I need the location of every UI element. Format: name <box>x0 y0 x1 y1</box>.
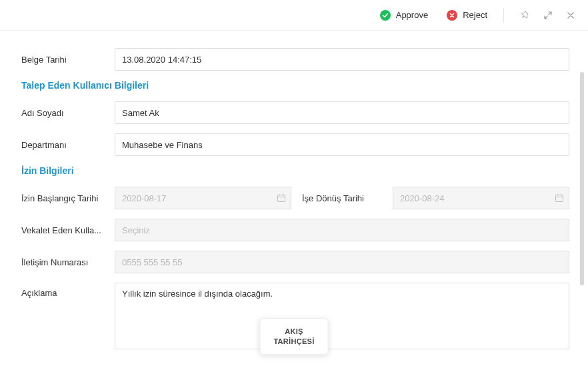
expand-icon[interactable] <box>543 10 553 21</box>
row-dates: İzin Başlangıç Tarihi 2020-08-17 İşe Dön… <box>21 187 569 209</box>
reject-button[interactable]: Reject <box>440 7 494 23</box>
name-input[interactable] <box>115 101 569 124</box>
row-phone: İletişim Numarası 0555 555 55 55 <box>21 251 569 273</box>
section-requester-title: Talep Eden Kullanıcı Bilgileri <box>21 80 569 91</box>
reject-label: Reject <box>463 10 487 20</box>
approve-button[interactable]: Approve <box>373 7 435 23</box>
phone-label: İletişim Numarası <box>21 257 115 267</box>
deputy-placeholder: Seçiniz <box>122 225 150 235</box>
check-icon <box>380 10 391 21</box>
row-name: Adı Soyadı <box>21 101 569 124</box>
pin-icon[interactable] <box>520 10 531 21</box>
flow-history-line2: TARİHÇESİ <box>273 337 314 346</box>
form-content: Belge Tarihi Talep Eden Kullanıcı Bilgil… <box>0 31 588 368</box>
description-label: Açıklama <box>21 283 115 298</box>
section-leave-title: İzin Bilgileri <box>21 165 569 176</box>
scrollbar[interactable] <box>580 72 584 285</box>
start-date-value: 2020-08-17 <box>122 193 167 203</box>
x-circle-icon <box>447 10 457 21</box>
return-date-label: İşe Dönüş Tarihi <box>302 193 382 203</box>
flow-history-button[interactable]: AKIŞ TARİHÇESİ <box>259 318 328 355</box>
flow-history-line1: AKIŞ <box>273 327 314 336</box>
row-department: Departmanı <box>21 133 569 156</box>
phone-placeholder: 0555 555 55 55 <box>122 257 182 267</box>
deputy-label: Vekalet Eden Kulla... <box>21 225 115 235</box>
close-icon[interactable] <box>565 10 576 21</box>
doc-date-input[interactable] <box>115 48 569 71</box>
svg-rect-0 <box>278 195 285 202</box>
doc-date-label: Belge Tarihi <box>21 55 115 65</box>
calendar-icon <box>277 193 286 203</box>
return-date-value: 2020-08-24 <box>400 193 445 203</box>
phone-input[interactable]: 0555 555 55 55 <box>115 251 569 273</box>
start-date-label: İzin Başlangıç Tarihi <box>21 193 115 203</box>
row-deputy: Vekalet Eden Kulla... Seçiniz <box>21 219 569 241</box>
start-date-field[interactable]: 2020-08-17 <box>115 187 291 209</box>
svg-rect-1 <box>556 195 563 202</box>
row-doc-date: Belge Tarihi <box>21 48 569 71</box>
description-textarea[interactable] <box>115 283 569 349</box>
return-date-field[interactable]: 2020-08-24 <box>393 187 569 209</box>
department-input[interactable] <box>115 133 569 156</box>
approve-label: Approve <box>396 10 428 20</box>
name-label: Adı Soyadı <box>21 108 115 118</box>
divider <box>503 8 504 23</box>
deputy-select[interactable]: Seçiniz <box>115 219 569 241</box>
department-label: Departmanı <box>21 140 115 150</box>
header-toolbar: Approve Reject <box>0 0 588 31</box>
calendar-icon <box>555 193 564 203</box>
